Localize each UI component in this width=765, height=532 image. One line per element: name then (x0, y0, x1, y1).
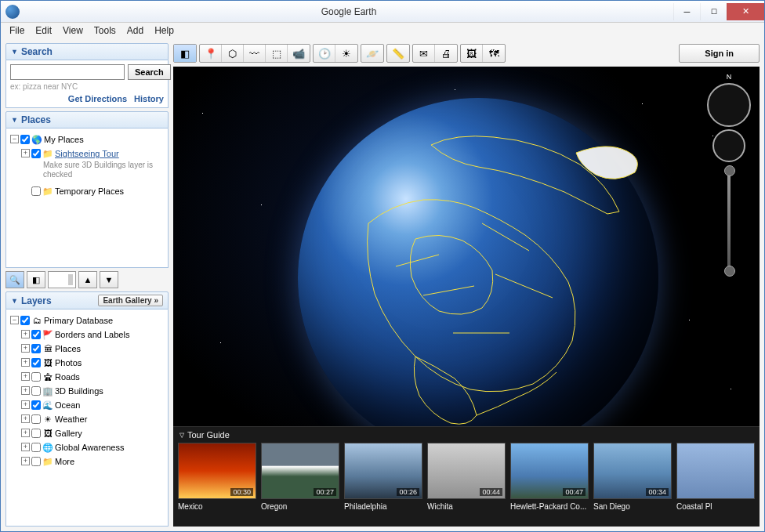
layer-icon: 🏢 (42, 385, 53, 396)
expand-icon[interactable]: + (21, 443, 30, 451)
search-panel-head[interactable]: ▼Search (5, 43, 169, 60)
tour-thumbnail[interactable]: 00:27Oregon (261, 443, 339, 511)
move-down-button[interactable]: ▼ (100, 271, 118, 288)
dropdown-icon[interactable]: ▽ (179, 432, 184, 439)
menu-view[interactable]: View (57, 25, 89, 36)
placemark-button[interactable]: 📍 (200, 45, 222, 62)
nav-controls: N (706, 73, 752, 272)
layer-checkbox[interactable] (31, 400, 41, 410)
layers-panel-head[interactable]: ▼LayersEarth Gallery » (5, 291, 169, 309)
sidebar-toggle-button[interactable]: ◧ (174, 45, 196, 62)
menu-file[interactable]: File (4, 25, 30, 36)
layer-checkbox[interactable] (31, 358, 41, 367)
minimize-button[interactable]: ─ (673, 3, 700, 20)
window-title: Google Earth (24, 6, 673, 17)
my-places-checkbox[interactable] (20, 135, 30, 144)
tour-thumbnail[interactable]: 00:30Mexico (178, 443, 256, 511)
search-button[interactable]: Search (128, 64, 171, 80)
expand-icon[interactable]: − (10, 316, 19, 324)
get-directions-link[interactable]: Get Directions (68, 94, 127, 103)
sightseeing-checkbox[interactable] (31, 149, 41, 158)
opacity-slider[interactable] (48, 271, 76, 288)
layer-checkbox[interactable] (31, 443, 41, 452)
planets-button[interactable]: 🪐 (361, 45, 383, 62)
maximize-button[interactable]: ☐ (700, 3, 727, 20)
move-joystick[interactable] (712, 129, 745, 162)
my-places-label[interactable]: My Places (44, 133, 164, 146)
expand-icon[interactable]: + (21, 429, 30, 437)
layer-label[interactable]: Gallery (55, 427, 164, 440)
menu-add[interactable]: Add (121, 25, 149, 36)
earth-viewport[interactable]: N ▽Tour Guide 00:30Mexico00:27Oregon00:2… (173, 67, 760, 527)
layer-checkbox[interactable] (31, 372, 41, 382)
expand-icon[interactable]: + (21, 344, 30, 353)
zoom-slider[interactable] (727, 170, 731, 272)
email-button[interactable]: ✉ (413, 45, 435, 62)
move-up-button[interactable]: ▲ (78, 271, 97, 288)
layer-checkbox[interactable] (31, 386, 41, 396)
layer-label[interactable]: Weather (55, 413, 164, 425)
tour-thumbnail[interactable]: Coastal Pl (676, 443, 755, 511)
layer-label[interactable]: Borders and Labels (55, 328, 164, 341)
layer-label[interactable]: 3D Buildings (55, 385, 164, 397)
expand-icon[interactable]: + (21, 414, 30, 423)
history-link[interactable]: History (134, 94, 164, 103)
tour-thumbnail[interactable]: 00:26Philadelphia (344, 443, 422, 511)
expand-icon[interactable]: + (21, 457, 30, 465)
look-joystick[interactable] (707, 83, 751, 127)
record-tour-button[interactable]: 📹 (288, 45, 310, 62)
polygon-button[interactable]: ⬡ (222, 45, 244, 62)
expand-icon[interactable]: + (21, 386, 30, 395)
expand-icon[interactable]: + (21, 330, 30, 338)
expand-icon[interactable]: + (21, 372, 30, 381)
places-panel-head[interactable]: ▼Places (5, 111, 169, 128)
layer-icon: 🌐 (42, 442, 53, 453)
layer-label[interactable]: Photos (55, 356, 164, 369)
tour-thumbnail[interactable]: 00:34San Diego (593, 443, 672, 511)
expand-icon[interactable]: − (10, 135, 19, 143)
signin-button[interactable]: Sign in (679, 44, 760, 63)
close-button[interactable]: ✕ (727, 3, 764, 20)
image-overlay-button[interactable]: ⬚ (266, 45, 288, 62)
menu-edit[interactable]: Edit (30, 25, 57, 36)
tour-thumbnail[interactable]: 00:47Hewlett-Packard Co... (510, 443, 589, 511)
temporary-label[interactable]: Temporary Places (55, 185, 164, 197)
tour-thumbnail[interactable]: 00:44Wichita (427, 443, 506, 511)
save-image-button[interactable]: 🖼 (461, 45, 483, 62)
layer-label[interactable]: Places (55, 342, 164, 355)
layer-checkbox[interactable] (31, 414, 41, 424)
print-button[interactable]: 🖨 (435, 45, 457, 62)
menu-help[interactable]: Help (149, 25, 179, 36)
expand-icon[interactable]: + (21, 358, 30, 367)
sightseeing-link[interactable]: Sightseeing Tour (55, 147, 164, 160)
earth-gallery-button[interactable]: Earth Gallery » (98, 295, 163, 306)
thumbnail-caption: Hewlett-Packard Co... (510, 499, 589, 511)
collapse-icon: ▼ (11, 116, 18, 124)
layer-checkbox[interactable] (31, 457, 41, 466)
primary-db-label[interactable]: Primary Database (44, 314, 164, 327)
history-button[interactable]: 🕑 (314, 45, 335, 62)
temporary-checkbox[interactable] (31, 186, 41, 196)
globe[interactable] (298, 98, 658, 458)
layer-label[interactable]: More (55, 455, 164, 468)
search-tool-button[interactable]: 🔍 (5, 271, 24, 288)
layer-icon: 🏛 (42, 343, 53, 354)
layer-label[interactable]: Global Awareness (55, 441, 164, 454)
expand-spacer (21, 186, 30, 195)
search-input[interactable] (10, 64, 125, 80)
primary-db-checkbox[interactable] (20, 316, 30, 325)
layer-icon: 🖼 (42, 428, 53, 439)
layer-label[interactable]: Ocean (55, 399, 164, 411)
layer-checkbox[interactable] (31, 344, 41, 353)
path-button[interactable]: 〰 (244, 45, 266, 62)
panels-tool-button[interactable]: ◧ (27, 271, 45, 288)
menu-tools[interactable]: Tools (89, 25, 121, 36)
sunlight-button[interactable]: ☀ (335, 45, 357, 62)
expand-icon[interactable]: + (21, 400, 30, 409)
expand-icon[interactable]: + (21, 149, 30, 157)
ruler-button[interactable]: 📏 (387, 45, 409, 62)
view-maps-button[interactable]: 🗺 (483, 45, 505, 62)
layer-checkbox[interactable] (31, 330, 41, 339)
layer-label[interactable]: Roads (55, 371, 164, 383)
layer-checkbox[interactable] (31, 429, 41, 438)
